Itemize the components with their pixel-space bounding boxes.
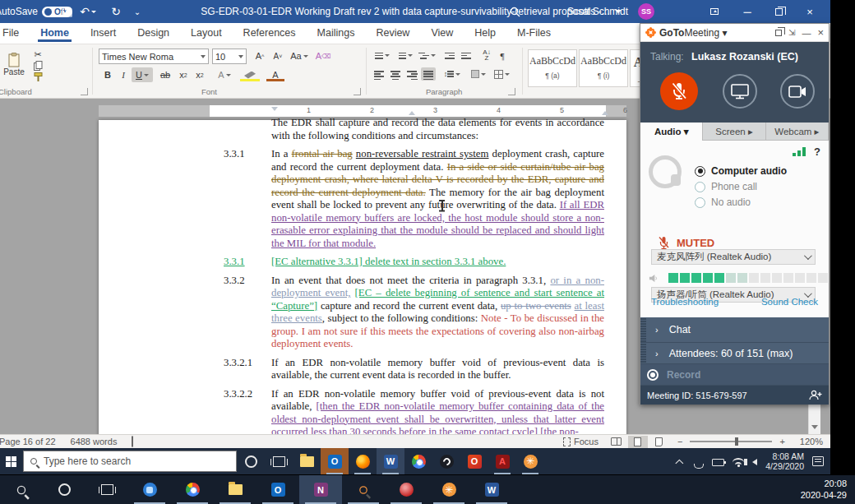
align-right-icon[interactable] (404, 67, 419, 81)
shrink-font-icon[interactable]: A˅ (270, 49, 286, 63)
font-size-select[interactable]: 10 (212, 49, 247, 64)
document-body[interactable]: The EDR shall capture and record the dat… (99, 117, 626, 434)
help-icon[interactable]: ? (814, 146, 820, 158)
task-view-button[interactable] (265, 448, 293, 474)
record-button[interactable]: Record (640, 364, 829, 386)
taskbar-app-gotomeeting[interactable]: ✳ (516, 448, 544, 474)
tab-view[interactable]: View (420, 23, 464, 42)
taskbar-app-word[interactable]: W (377, 448, 404, 474)
paste-button[interactable]: Paste (0, 48, 28, 81)
drag-handle[interactable] (640, 317, 646, 342)
taskbar-app-file-explorer[interactable] (293, 448, 321, 474)
sort-icon[interactable]: A↓Z (478, 48, 495, 62)
document-paragraph[interactable]: 3.3.2.1If an EDR non-volatile memory buf… (99, 357, 626, 382)
tab-references[interactable]: References (233, 23, 307, 42)
line-spacing-icon[interactable]: ↕ (442, 67, 462, 81)
taskbar-app-app-blue-circle[interactable] (128, 475, 171, 504)
search-icon[interactable] (510, 0, 520, 23)
tab-file[interactable]: File (0, 23, 30, 42)
volume-icon[interactable] (752, 459, 757, 465)
style-item[interactable]: AaBbCcDd¶ (a) (528, 49, 577, 87)
zoom-level[interactable]: 120% (793, 437, 830, 446)
zoom-in-icon[interactable]: + (778, 437, 792, 446)
print-layout-icon[interactable] (628, 436, 648, 448)
right-indent-marker[interactable] (602, 111, 608, 115)
scroll-down-icon[interactable] (810, 421, 820, 433)
document-paragraph[interactable]: 3.3.2.2If an EDR non-volatile memory buf… (99, 388, 626, 435)
zoom-out-icon[interactable]: − (670, 437, 684, 446)
taskbar-app-file-explorer[interactable] (214, 475, 256, 504)
minimize-button[interactable]: ─ (733, 0, 761, 23)
document-page[interactable]: The EDR shall capture and record the dat… (99, 120, 626, 434)
account-name[interactable]: Scott Schmidt (567, 0, 628, 23)
shading-icon[interactable] (469, 67, 488, 81)
justify-icon[interactable] (421, 67, 436, 81)
taskbar-app-outlook[interactable]: O (256, 475, 299, 504)
radio-icon[interactable] (695, 197, 705, 208)
copy-icon[interactable] (31, 61, 44, 71)
taskbar-app-chrome[interactable] (404, 448, 432, 474)
cut-icon[interactable]: ✂ (31, 49, 44, 59)
document-paragraph[interactable]: The EDR shall capture and record the dat… (99, 117, 626, 142)
gtm-tab-audio[interactable]: Audio ▾ (640, 123, 703, 141)
tab-insert[interactable]: Insert (80, 23, 127, 42)
mute-microphone-button[interactable] (660, 72, 698, 110)
taskbar-app-word[interactable]: W (470, 475, 513, 504)
focus-mode-button[interactable]: Focus (556, 437, 606, 446)
format-painter-icon[interactable] (31, 72, 44, 82)
tab-layout[interactable]: Layout (180, 23, 233, 42)
grow-font-icon[interactable]: A^ (252, 49, 268, 63)
shrink-icon[interactable]: ⇲ (788, 28, 795, 37)
first-line-indent-marker[interactable] (271, 107, 278, 111)
taskbar-app-firefox[interactable] (349, 448, 377, 474)
redo-icon[interactable]: ↻ (107, 0, 125, 23)
decrease-indent-icon[interactable] (442, 49, 457, 62)
battery-icon[interactable] (712, 459, 724, 466)
document-paragraph[interactable]: 3.3.1In a frontal air bag non-reversable… (99, 148, 626, 250)
change-case-icon[interactable]: Aa (289, 49, 309, 63)
clipboard-dialog-launcher[interactable] (81, 88, 88, 95)
subscript-button[interactable]: x2 (176, 67, 191, 82)
attendees-section-header[interactable]: › Attendees: 60 of 151 (max) (640, 343, 829, 364)
taskbar-app-media-dark-app[interactable] (432, 448, 460, 474)
close-button[interactable]: × (796, 0, 824, 23)
paragraph-dialog-launcher[interactable] (508, 88, 515, 95)
tab-design[interactable]: Design (127, 23, 180, 42)
italic-button[interactable]: I (117, 67, 130, 82)
search-button[interactable] (0, 475, 43, 504)
taskbar-app-chrome[interactable] (171, 475, 214, 504)
tab-help[interactable]: Help (464, 23, 506, 42)
popout-icon[interactable] (775, 30, 782, 36)
text-effects-icon[interactable]: A (214, 67, 235, 82)
share-webcam-button[interactable] (780, 74, 815, 109)
numbering-icon[interactable] (395, 49, 413, 62)
align-center-icon[interactable] (388, 67, 403, 81)
style-item[interactable]: AaBbCcDd¶ (i) (579, 49, 628, 87)
start-button[interactable] (0, 448, 21, 474)
cortana-button[interactable] (43, 475, 86, 504)
hanging-indent-marker[interactable] (409, 111, 415, 115)
taskbar-app-app-orange-magnifier[interactable] (342, 475, 385, 504)
font-dialog-launcher[interactable] (354, 88, 361, 95)
tab-m-files[interactable]: M-Files (506, 23, 562, 42)
avatar[interactable]: SS (638, 0, 654, 23)
show-formatting-marks-icon[interactable]: ¶ (497, 49, 508, 62)
document-paragraph[interactable]: 3.3.2In an event that does not meet the … (99, 275, 626, 351)
action-center-icon[interactable] (812, 456, 824, 466)
tab-home[interactable]: Home (30, 23, 80, 42)
web-layout-icon[interactable] (649, 436, 669, 448)
taskbar-app-acrobat[interactable]: A (488, 448, 516, 474)
taskbar-app-outlook[interactable]: O (321, 448, 349, 474)
gtm-tab-screen[interactable]: Screen ▸ (703, 123, 765, 141)
highlight-color-icon[interactable] (238, 67, 261, 82)
strikethrough-button[interactable]: ab (156, 67, 174, 82)
taskbar-app-gotomeeting[interactable]: ✳ (428, 475, 470, 504)
tray-clock[interactable]: 8:08 AM 4/29/2020 (765, 451, 804, 471)
wifi-icon[interactable] (733, 458, 744, 467)
multilevel-list-icon[interactable] (418, 49, 436, 62)
horizontal-ruler[interactable]: 123456 (99, 105, 626, 117)
document-paragraph[interactable]: 3.3.1[EC alternative 3.3.1] delete text … (99, 256, 626, 269)
cortana-button[interactable] (237, 448, 265, 474)
underline-button[interactable]: U (132, 67, 153, 82)
taskbar-app-app-red-circle[interactable] (385, 475, 428, 504)
